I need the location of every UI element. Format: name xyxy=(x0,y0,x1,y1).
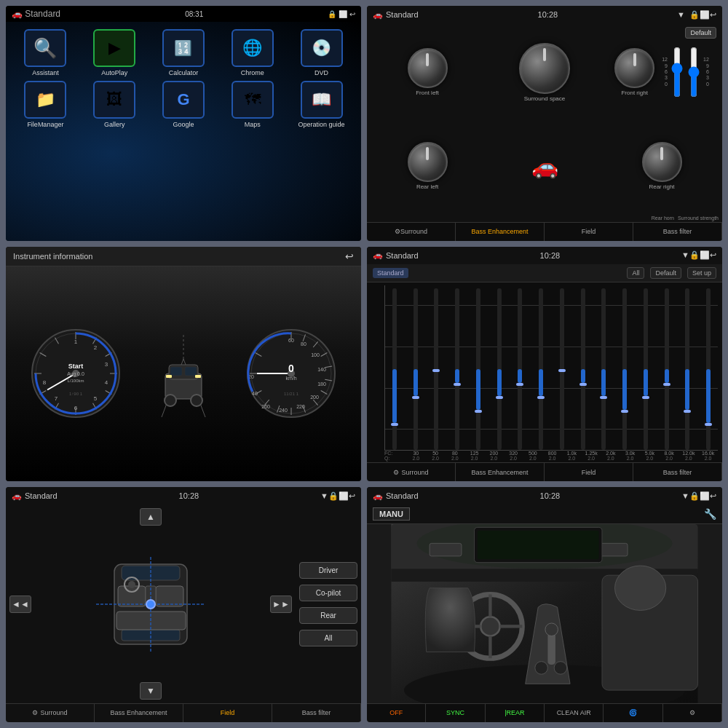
app-filemanager[interactable]: 📁 FileManager xyxy=(13,81,78,128)
eq-fc-label-12: 5.0k xyxy=(640,451,660,456)
eq-band-13 xyxy=(657,288,676,451)
tab-bass-field[interactable]: Bass Enhancement xyxy=(95,704,183,722)
eq-q-label-10: 2.0 xyxy=(601,456,621,461)
eq-band-0 xyxy=(385,288,404,451)
back-icon[interactable]: ↩ xyxy=(345,250,354,262)
autoplay-icon[interactable]: ▶ xyxy=(93,29,135,67)
eq-setup-button[interactable]: Set up xyxy=(687,267,716,279)
app-opguide[interactable]: 📖 Operation guide xyxy=(289,81,354,128)
seat-copilot-button[interactable]: Co-pilot xyxy=(299,585,357,601)
dvd-icon[interactable]: 💿 xyxy=(301,29,343,67)
eq-header: Standard All Default Set up xyxy=(367,264,722,282)
app-autoplay[interactable]: ▶ AutoPlay xyxy=(82,29,147,76)
right-gauge: 60 80 100 140 180 200 220 240 260 40 20 … xyxy=(244,326,339,421)
chrome-icon[interactable]: 🌐 xyxy=(232,29,274,67)
svg-rect-37 xyxy=(166,375,172,378)
svg-text:1↑90 1: 1↑90 1 xyxy=(69,392,83,396)
eq-q-label-15: 2.0 xyxy=(698,456,718,461)
nav-up-button[interactable]: ▲ xyxy=(140,508,162,526)
nav-right-button[interactable]: ►► xyxy=(270,596,292,613)
eq-q-label-6: 2.0 xyxy=(523,456,543,461)
filemanager-icon[interactable]: 📁 xyxy=(24,81,66,119)
eq-band-6 xyxy=(511,288,530,451)
knob-control-rear-right[interactable] xyxy=(642,142,682,182)
knob-rear-right: Rear right xyxy=(605,121,719,211)
knob-control-rear-left[interactable] xyxy=(408,142,448,182)
footer-off-button[interactable]: OFF xyxy=(367,704,426,722)
google-icon[interactable]: G xyxy=(162,81,205,119)
tab-surround-field[interactable]: ⚙ Surround xyxy=(6,704,95,722)
seat-rear-button[interactable]: Rear xyxy=(299,607,357,624)
nav-down-button[interactable]: ▼ xyxy=(140,682,162,700)
svg-text:2: 2 xyxy=(94,344,98,351)
instrument-body: 1 2 3 4 5 6 7 8 Start Avg 0.0 L/100km 1↑… xyxy=(6,266,361,482)
settings-icon[interactable]: 🔧 xyxy=(704,508,716,520)
knob-rear-left: Rear left xyxy=(371,121,484,211)
tab-bass-eq[interactable]: Bass Enhancement xyxy=(456,463,545,481)
seat-driver-button[interactable]: Driver xyxy=(299,562,357,579)
app-assistant[interactable]: 🔍 Assistant xyxy=(13,29,78,76)
app-maps[interactable]: 🗺 Maps xyxy=(220,81,285,128)
status-bar-surround: 🚗 Standard 10:28 ▼ 🔒⬜↩ xyxy=(367,6,722,23)
default-button[interactable]: Default xyxy=(685,27,716,39)
tab-field-eq[interactable]: Field xyxy=(545,463,633,481)
tab-bass-enhancement-1[interactable]: Bass Enhancement xyxy=(456,223,545,241)
nav-up-area: ▲ xyxy=(140,508,162,526)
status-icons-1: 🔒 ⬜ ↩ xyxy=(328,10,355,18)
calculator-icon[interactable]: 🔢 xyxy=(162,29,205,67)
footer-sync-button[interactable]: SYNC xyxy=(426,704,485,722)
svg-text:8: 8 xyxy=(43,379,47,386)
assistant-icon[interactable]: 🔍 xyxy=(24,29,66,67)
app-google[interactable]: G Google xyxy=(151,81,216,128)
tab-field-1[interactable]: Field xyxy=(545,223,633,241)
footer-rear-button[interactable]: |REAR xyxy=(486,704,545,722)
standard-label-6: Standard xyxy=(386,491,419,500)
knob-control-surround[interactable] xyxy=(519,43,570,94)
rear-horn-slider[interactable] xyxy=(670,47,684,98)
eq-all-button[interactable]: All xyxy=(627,267,644,279)
gallery-icon[interactable]: 🖼 xyxy=(93,81,135,119)
nav-mid-area: ◄◄ xyxy=(9,557,292,652)
footer-settings-button[interactable]: ⚙ xyxy=(663,704,722,722)
eq-q-label-2: 2.0 xyxy=(446,456,465,461)
footer-fan-button[interactable]: 🌀 xyxy=(604,704,662,722)
tab-bfilter-eq[interactable]: Bass filter xyxy=(633,463,722,481)
maps-label: Maps xyxy=(245,121,261,128)
footer-clean-air-button[interactable]: CLEAN AIR xyxy=(545,704,604,722)
svg-rect-33 xyxy=(170,367,182,376)
panel-field: 🚗 Standard 10:28 ▼🔒⬜↩ ▲ ◄◄ xyxy=(6,487,361,722)
app-chrome[interactable]: 🌐 Chrome xyxy=(220,29,285,76)
wifi-icon: ▼ xyxy=(677,10,685,19)
center-bottom: 🚗 xyxy=(488,121,601,211)
tab-bass-filter-1[interactable]: Bass filter xyxy=(633,223,722,241)
svg-point-99 xyxy=(554,662,567,675)
maps-icon[interactable]: 🗺 xyxy=(232,81,274,119)
app-gallery[interactable]: 🖼 Gallery xyxy=(82,81,147,128)
time-2: 10:28 xyxy=(538,10,558,19)
app-calculator[interactable]: 🔢 Calculator xyxy=(151,29,216,76)
svg-point-83 xyxy=(146,600,155,609)
nav-left-button[interactable]: ◄◄ xyxy=(9,596,31,613)
tab-surround-eq[interactable]: ⚙ Surround xyxy=(367,463,456,481)
tab-surround-1[interactable]: ⚙ Surround xyxy=(367,223,456,241)
apps-row-2: 📁 FileManager 🖼 Gallery G Google 🗺 Maps … xyxy=(13,81,354,128)
app-dvd[interactable]: 💿 DVD xyxy=(289,29,354,76)
svg-point-79 xyxy=(128,581,135,588)
filemanager-label: FileManager xyxy=(27,121,63,128)
knob-control-front-right[interactable] xyxy=(614,48,654,88)
seat-controls: Driver Co-pilot Rear All xyxy=(299,562,357,646)
tab-bfilter-field[interactable]: Bass filter xyxy=(272,704,361,722)
seat-all-button[interactable]: All xyxy=(299,630,357,646)
knob-control-front-left[interactable] xyxy=(408,48,448,88)
svg-text:1: 1 xyxy=(74,339,78,345)
svg-text:140: 140 xyxy=(317,367,326,372)
eq-body: 6 0 -6 -12 FC: 3050801252003205008001.0k… xyxy=(367,282,722,463)
surround-strength-slider[interactable] xyxy=(687,47,701,98)
eq-q-label-11: 2.0 xyxy=(620,456,640,461)
nav-down-area: ▼ xyxy=(140,682,162,700)
eq-fc-label-2: 80 xyxy=(446,451,465,456)
eq-default-button[interactable]: Default xyxy=(650,267,681,279)
opguide-icon[interactable]: 📖 xyxy=(301,81,343,119)
tab-field-field[interactable]: Field xyxy=(183,704,272,722)
panel-surround: 🚗 Standard 10:28 ▼ 🔒⬜↩ Default Front lef… xyxy=(367,6,722,241)
